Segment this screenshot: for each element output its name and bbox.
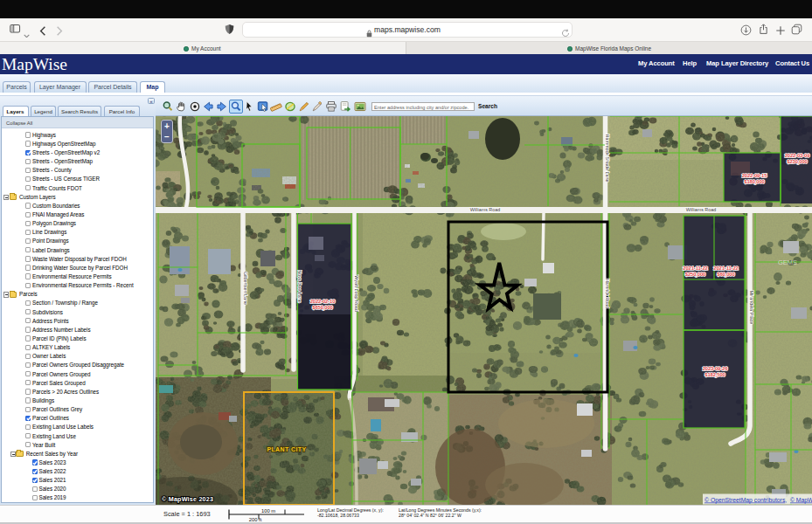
svg-text:Williams Road: Williams Road	[470, 207, 500, 212]
svg-text:Williams Road: Williams Road	[686, 207, 716, 212]
svg-text:2022-02-10$650,000: 2022-02-10$650,000	[310, 299, 336, 310]
svg-text:100 m: 100 m	[261, 508, 275, 514]
svg-text:2023-09-26$182,500: 2023-09-26$182,500	[703, 366, 729, 377]
svg-text:2022-03-09$230,000: 2022-03-09$230,000	[785, 153, 811, 164]
svg-text:© OpenStreetMap contributors,: © OpenStreetMap contributors, © MapWise	[704, 497, 812, 504]
svg-text:Nova Dee Lane: Nova Dee Lane	[297, 270, 302, 302]
svg-text:Gilbertsen Lane: Gilbertsen Lane	[243, 272, 248, 305]
svg-text:2022-09-15$180,000: 2022-09-15$180,000	[742, 173, 768, 184]
svg-text:GEMS: GEMS	[778, 259, 797, 266]
svg-text:200 ft: 200 ft	[249, 517, 262, 522]
svg-text:Mirandela Place: Mirandela Place	[749, 291, 754, 325]
svg-text:PLANT CITY: PLANT CITY	[267, 446, 306, 452]
svg-text:Hammock Shade Lane: Hammock Shade Lane	[605, 134, 610, 183]
svg-text:Hamrick Road: Hamrick Road	[605, 279, 610, 308]
svg-text:© MapWise 2023: © MapWise 2023	[162, 495, 213, 503]
svg-text:Wyatt Loop Road: Wyatt Loop Road	[354, 275, 359, 312]
svg-text:2021-11-22$60,000: 2021-11-22$60,000	[713, 265, 738, 277]
svg-text:2021-11-22$250,000: 2021-11-22$250,000	[683, 265, 707, 277]
